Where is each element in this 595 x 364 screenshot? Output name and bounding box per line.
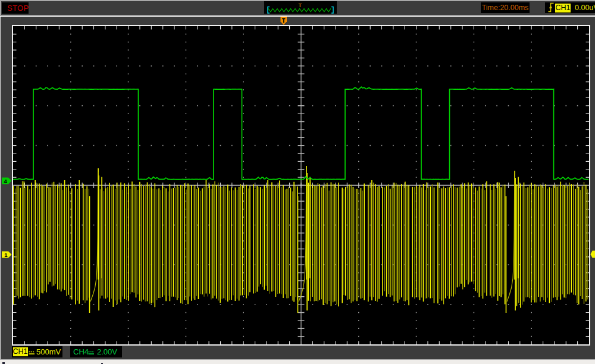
svg-text:T: T [299, 2, 302, 8]
svg-text:1: 1 [4, 252, 8, 258]
svg-text:4: 4 [4, 178, 7, 184]
